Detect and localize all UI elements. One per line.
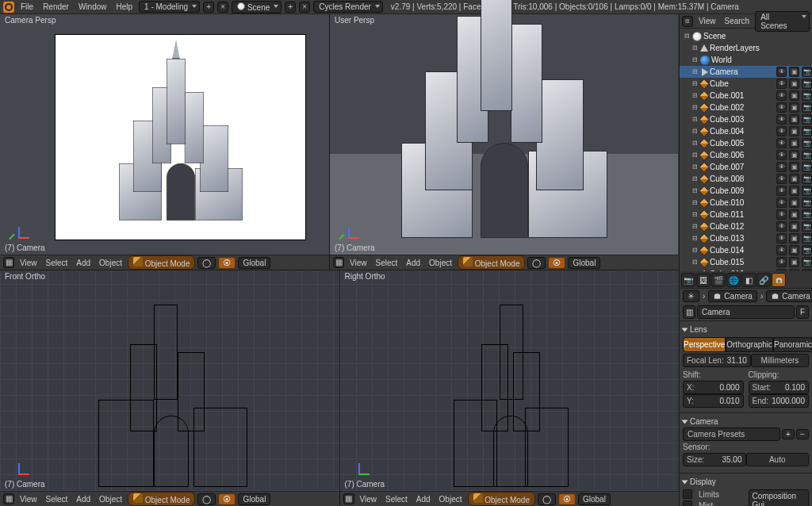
outliner-row[interactable]: ⊟Cube.015👁▣📷 bbox=[680, 256, 812, 268]
outliner-row[interactable]: ⊟Scene bbox=[680, 30, 812, 42]
focal-length-field[interactable]: Focal Len:31.10 bbox=[683, 354, 751, 367]
preset-add-button[interactable]: + bbox=[782, 429, 795, 439]
shading-selector[interactable]: ◯ bbox=[527, 257, 546, 269]
select-toggle[interactable]: ▣ bbox=[789, 197, 799, 208]
outliner-row[interactable]: ⊟Cube.004👁▣📷 bbox=[680, 125, 812, 137]
visibility-toggle[interactable]: 👁 bbox=[776, 90, 787, 101]
visibility-toggle[interactable]: 👁 bbox=[776, 257, 787, 267]
breadcrumb-data[interactable]: Camera bbox=[766, 290, 812, 302]
disclosure-icon[interactable]: ⊟ bbox=[683, 33, 691, 40]
render-toggle[interactable]: 📷 bbox=[802, 221, 812, 232]
render-toggle[interactable]: 📷 bbox=[802, 90, 812, 101]
outliner-filter-dropdown[interactable]: All Scenes bbox=[755, 11, 810, 32]
visibility-toggle[interactable]: 👁 bbox=[776, 102, 787, 113]
pin-button[interactable]: F bbox=[796, 305, 809, 319]
visibility-toggle[interactable]: 👁 bbox=[776, 245, 787, 255]
render-toggle[interactable]: 📷 bbox=[802, 209, 812, 220]
render-toggle[interactable]: 📷 bbox=[802, 197, 812, 208]
menu-window[interactable]: Window bbox=[75, 2, 110, 11]
render-toggle[interactable]: 📷 bbox=[802, 162, 812, 172]
mist-checkbox[interactable] bbox=[683, 500, 692, 506]
viewport-right[interactable]: Right Ortho (7) Camera ▦ View Select Add… bbox=[339, 270, 680, 506]
hdr-object[interactable]: Object bbox=[96, 259, 125, 267]
visibility-toggle[interactable]: 👁 bbox=[776, 221, 787, 232]
select-toggle[interactable]: ▣ bbox=[789, 67, 799, 77]
render-toggle[interactable]: 📷 bbox=[802, 79, 812, 89]
visibility-toggle[interactable]: 👁 bbox=[776, 79, 787, 89]
select-toggle[interactable]: ▣ bbox=[789, 245, 799, 255]
outliner-row[interactable]: ⊟Cube👁▣📷 bbox=[680, 78, 812, 90]
visibility-toggle[interactable]: 👁 bbox=[776, 209, 787, 220]
outliner-row[interactable]: ⊟Cube.005👁▣📷 bbox=[680, 137, 812, 149]
select-toggle[interactable]: ▣ bbox=[789, 221, 799, 232]
visibility-toggle[interactable]: 👁 bbox=[776, 150, 787, 160]
orientation-dropdown[interactable]: Global bbox=[568, 257, 600, 269]
limits-checkbox[interactable] bbox=[683, 489, 692, 499]
render-toggle[interactable]: 📷 bbox=[802, 150, 812, 160]
lens-panoramic[interactable]: Panoramic bbox=[773, 337, 812, 352]
hdr-select[interactable]: Select bbox=[373, 259, 401, 267]
pivot-selector[interactable]: ⦿ bbox=[548, 257, 565, 269]
render-toggle[interactable]: 📷 bbox=[802, 114, 812, 125]
hdr-add[interactable]: Add bbox=[73, 259, 94, 267]
select-toggle[interactable]: ▣ bbox=[789, 186, 799, 196]
breadcrumb-object[interactable]: Camera bbox=[708, 290, 757, 302]
sensor-size-field[interactable]: Size:35.00 bbox=[683, 453, 746, 466]
viewport-front[interactable]: Front Ortho (7) Camera ▦ View Select Add… bbox=[0, 270, 339, 506]
lens-type-segmented[interactable]: Perspective Orthographic Panoramic bbox=[683, 337, 809, 352]
lens-orthographic[interactable]: Orthographic bbox=[726, 337, 773, 352]
render-toggle[interactable]: 📷 bbox=[802, 102, 812, 113]
hdr-object[interactable]: Object bbox=[426, 259, 455, 267]
tab-data-camera[interactable] bbox=[772, 273, 786, 287]
render-toggle[interactable]: 📷 bbox=[802, 67, 812, 77]
editor-type-icon[interactable]: ▦ bbox=[343, 493, 354, 504]
outliner-row[interactable]: ⊟Cube.009👁▣📷 bbox=[680, 185, 812, 197]
select-toggle[interactable]: ▣ bbox=[789, 209, 799, 220]
select-toggle[interactable]: ▣ bbox=[789, 114, 799, 125]
mode-dropdown[interactable]: Object Mode bbox=[468, 492, 535, 506]
render-engine-dropdown[interactable]: Cycles Render bbox=[313, 1, 383, 13]
outliner-row[interactable]: ⊟Cube.014👁▣📷 bbox=[680, 244, 812, 256]
tab-object[interactable]: ◧ bbox=[741, 273, 756, 287]
layout-remove-button[interactable]: × bbox=[217, 2, 228, 13]
select-toggle[interactable]: ▣ bbox=[789, 174, 799, 184]
tab-world[interactable]: 🌐 bbox=[726, 273, 741, 287]
menu-render[interactable]: Render bbox=[40, 2, 72, 11]
outliner-row[interactable]: ⊟Camera👁▣📷 bbox=[680, 66, 812, 78]
hdr-select[interactable]: Select bbox=[43, 259, 71, 267]
select-toggle[interactable]: ▣ bbox=[789, 102, 799, 113]
mode-dropdown[interactable]: Object Mode bbox=[128, 255, 195, 270]
render-toggle[interactable]: 📷 bbox=[802, 245, 812, 255]
outliner-row[interactable]: ⊟Cube.002👁▣📷 bbox=[680, 102, 812, 113]
scene-remove-button[interactable]: × bbox=[299, 2, 310, 13]
clip-start-field[interactable]: Start:0.100 bbox=[749, 381, 810, 394]
scene-add-button[interactable]: + bbox=[285, 2, 296, 13]
editor-type-icon[interactable]: ▦ bbox=[3, 257, 14, 268]
pivot-selector[interactable]: ⦿ bbox=[218, 257, 236, 269]
hdr-view[interactable]: View bbox=[347, 259, 370, 267]
disclosure-icon[interactable]: ⊟ bbox=[691, 44, 699, 52]
orientation-dropdown[interactable]: Global bbox=[238, 257, 270, 269]
sensor-fit-dropdown[interactable]: Auto bbox=[746, 453, 810, 466]
panel-display-title[interactable]: Display bbox=[683, 476, 809, 488]
outliner-row[interactable]: ⊟Cube.010👁▣📷 bbox=[680, 197, 812, 209]
hdr-add[interactable]: Add bbox=[403, 259, 423, 267]
select-toggle[interactable]: ▣ bbox=[789, 150, 799, 160]
shift-y-field[interactable]: Y:0.010 bbox=[683, 394, 744, 408]
outliner-view[interactable]: View bbox=[695, 17, 719, 25]
tab-scene[interactable]: 🎬 bbox=[711, 273, 726, 287]
tab-constraints[interactable]: 🔗 bbox=[756, 273, 771, 287]
composition-guides-dropdown[interactable]: Composition Gui... bbox=[749, 489, 810, 506]
camera-name-field[interactable]: Camera bbox=[697, 305, 795, 319]
outliner-row[interactable]: ⊟Cube.008👁▣📷 bbox=[680, 173, 812, 185]
select-toggle[interactable]: ▣ bbox=[789, 162, 799, 172]
render-toggle[interactable]: 📷 bbox=[802, 186, 812, 196]
outliner-row[interactable]: ⊟World bbox=[680, 54, 812, 66]
viewport-user[interactable]: User Persp (7) Camera ▦ View Select Add … bbox=[329, 14, 678, 270]
outliner-row[interactable]: ⊟Cube.001👁▣📷 bbox=[680, 90, 812, 102]
tab-renderlayer[interactable]: 🖼 bbox=[696, 273, 710, 287]
render-toggle[interactable]: 📷 bbox=[802, 233, 812, 243]
visibility-toggle[interactable]: 👁 bbox=[776, 233, 787, 243]
mode-dropdown[interactable]: Object Mode bbox=[128, 492, 195, 506]
lens-unit-dropdown[interactable]: Millimeters bbox=[751, 354, 809, 367]
